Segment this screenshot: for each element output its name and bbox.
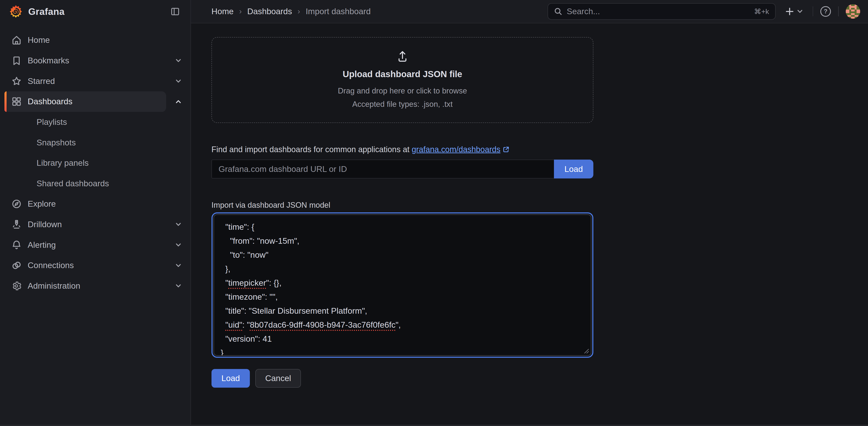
star-icon bbox=[11, 76, 22, 87]
search-input[interactable]: Search... ⌘+k bbox=[548, 3, 776, 20]
administration-expand-button[interactable] bbox=[166, 276, 190, 296]
upload-dropzone[interactable]: Upload dashboard JSON file Drag and drop… bbox=[212, 37, 593, 123]
breadcrumb-dashboards[interactable]: Dashboards bbox=[247, 7, 292, 16]
bookmarks-expand-button[interactable] bbox=[166, 51, 190, 71]
sidebar-item-explore[interactable]: Explore bbox=[0, 194, 190, 214]
json-editor-textarea[interactable]: "time": { "from": "now-15m", "to": "now"… bbox=[214, 214, 591, 356]
dock-sidebar-button[interactable] bbox=[168, 5, 182, 19]
drilldown-icon bbox=[11, 219, 22, 230]
bell-icon bbox=[11, 240, 22, 250]
gcom-url-input[interactable] bbox=[212, 160, 554, 178]
grafana-dashboards-link[interactable]: grafana.com/dashboards bbox=[412, 145, 500, 154]
window-bottom-edge bbox=[0, 425, 868, 426]
sidebar-item-shared-dashboards[interactable]: Shared dashboards bbox=[0, 173, 190, 194]
dashboards-collapse-button[interactable] bbox=[166, 91, 190, 112]
gcom-load-button[interactable]: Load bbox=[554, 160, 593, 178]
sidebar-header: Grafana bbox=[0, 0, 190, 23]
connections-icon bbox=[11, 260, 22, 271]
sidebar-item-label: Administration bbox=[28, 281, 80, 291]
grafana-logo-icon bbox=[9, 5, 23, 19]
form-actions: Load Cancel bbox=[212, 369, 868, 388]
sidebar-item-snapshots[interactable]: Snapshots bbox=[0, 132, 190, 153]
sidebar-item-label: Drilldown bbox=[28, 220, 62, 229]
chevron-down-icon bbox=[175, 282, 182, 289]
help-button[interactable]: ? bbox=[820, 6, 831, 17]
dock-sidebar-icon bbox=[170, 6, 180, 17]
home-icon bbox=[11, 35, 22, 45]
sidebar-item-label: Explore bbox=[28, 199, 56, 209]
chevron-down-icon bbox=[797, 8, 803, 14]
resize-handle[interactable] bbox=[583, 347, 589, 354]
sidebar-item-library-panels[interactable]: Library panels bbox=[0, 153, 190, 173]
sidebar-item-connections[interactable]: Connections bbox=[0, 255, 190, 276]
upload-accepted-types: Accepted file types: .json, .txt bbox=[352, 100, 453, 109]
upload-hint: Drag and drop here or click to browse bbox=[338, 87, 467, 95]
breadcrumb-separator: › bbox=[239, 7, 242, 16]
gcom-url-row: Load bbox=[212, 160, 593, 178]
chevron-down-icon bbox=[175, 242, 182, 248]
sidebar-item-drilldown[interactable]: Drilldown bbox=[0, 214, 190, 235]
sidebar-item-label: Library panels bbox=[36, 158, 89, 168]
sidebar-item-label: Starred bbox=[28, 77, 55, 86]
sidebar-item-label: Home bbox=[28, 35, 50, 45]
sidebar-item-label: Connections bbox=[28, 261, 74, 270]
sidebar-item-label: Snapshots bbox=[36, 138, 76, 147]
gear-icon bbox=[11, 280, 22, 292]
app-name: Grafana bbox=[28, 6, 64, 17]
sidebar-item-label: Dashboards bbox=[28, 97, 72, 106]
chevron-down-icon bbox=[175, 78, 182, 84]
sidebar-item-label: Alerting bbox=[28, 240, 56, 250]
breadcrumb: Home › Dashboards › Import dashboard bbox=[212, 7, 371, 16]
search-icon bbox=[554, 7, 562, 16]
dashboards-icon bbox=[11, 96, 22, 107]
plus-icon bbox=[785, 7, 794, 16]
avatar-pixel-art bbox=[846, 4, 860, 19]
gcom-description-text: Find and import dashboards for common ap… bbox=[212, 145, 412, 154]
chevron-down-icon bbox=[175, 57, 182, 64]
search-placeholder: Search... bbox=[567, 7, 600, 16]
new-menu-button[interactable] bbox=[783, 4, 805, 18]
cancel-button[interactable]: Cancel bbox=[255, 369, 301, 388]
sidebar-item-bookmarks[interactable]: Bookmarks bbox=[0, 51, 190, 71]
starred-expand-button[interactable] bbox=[166, 71, 190, 91]
sidebar-nav: Home Bookmarks bbox=[0, 23, 190, 296]
breadcrumb-home[interactable]: Home bbox=[212, 7, 234, 16]
topbar-actions: Search... ⌘+k ? bbox=[548, 3, 860, 20]
chevron-up-icon bbox=[175, 98, 182, 105]
breadcrumb-current: Import dashboard bbox=[306, 7, 371, 16]
sidebar-item-home[interactable]: Home bbox=[0, 30, 190, 51]
json-model-label: Import via dashboard JSON model bbox=[212, 201, 593, 210]
sidebar-item-label: Bookmarks bbox=[28, 56, 69, 65]
json-editor-content: "time": { "from": "now-15m", "to": "now"… bbox=[221, 220, 584, 356]
sidebar-item-dashboards[interactable]: Dashboards bbox=[0, 91, 190, 112]
alerting-expand-button[interactable] bbox=[166, 235, 190, 255]
sidebar: Grafana Home bbox=[0, 0, 191, 426]
import-dashboard-content: Upload dashboard JSON file Drag and drop… bbox=[191, 23, 868, 388]
upload-icon bbox=[395, 49, 410, 64]
json-editor-focus-ring: "time": { "from": "now-15m", "to": "now"… bbox=[212, 212, 593, 358]
sidebar-item-playlists[interactable]: Playlists bbox=[0, 112, 190, 132]
search-shortcut: ⌘+k bbox=[754, 7, 769, 16]
bookmark-icon bbox=[11, 55, 22, 66]
chevron-down-icon bbox=[175, 262, 182, 269]
topbar-divider bbox=[838, 6, 839, 16]
upload-title: Upload dashboard JSON file bbox=[343, 69, 462, 79]
grafana-import-dashboard-page: Grafana Home bbox=[0, 0, 868, 426]
connections-expand-button[interactable] bbox=[166, 255, 190, 276]
sidebar-item-alerting[interactable]: Alerting bbox=[0, 235, 190, 255]
sidebar-item-starred[interactable]: Starred bbox=[0, 71, 190, 91]
user-avatar[interactable] bbox=[846, 4, 860, 19]
load-button[interactable]: Load bbox=[212, 369, 250, 388]
topbar-divider bbox=[813, 6, 813, 16]
sidebar-item-label: Playlists bbox=[36, 117, 67, 127]
external-link-icon bbox=[503, 146, 509, 153]
sidebar-item-label: Shared dashboards bbox=[36, 179, 109, 188]
sidebar-item-administration[interactable]: Administration bbox=[0, 276, 190, 296]
question-mark-icon: ? bbox=[824, 8, 828, 15]
gcom-description: Find and import dashboards for common ap… bbox=[212, 145, 593, 154]
compass-icon bbox=[11, 199, 22, 209]
chevron-down-icon bbox=[175, 221, 182, 227]
main-column: Home › Dashboards › Import dashboard Sea… bbox=[191, 0, 868, 426]
topbar: Home › Dashboards › Import dashboard Sea… bbox=[191, 0, 868, 23]
drilldown-expand-button[interactable] bbox=[166, 214, 190, 235]
